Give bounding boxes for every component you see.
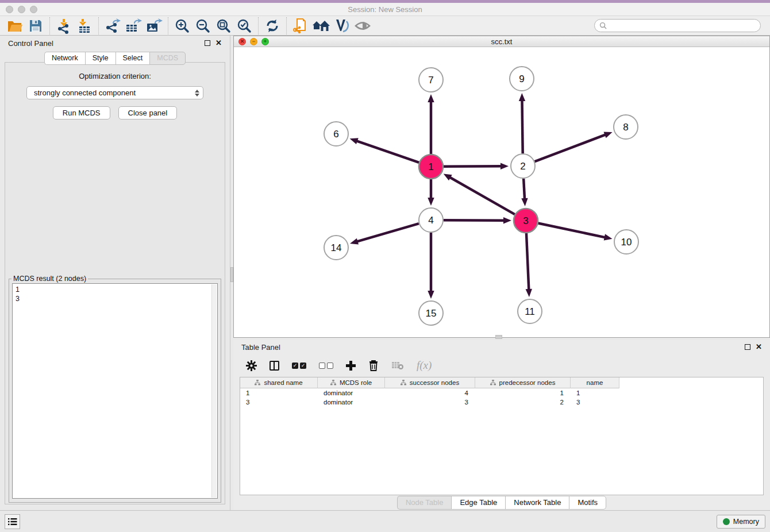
- control-panel-tabs: NetworkStyleSelectMCDS: [0, 52, 230, 65]
- toolbar-separator: [258, 17, 259, 34]
- style-vizmapper-button[interactable]: [332, 17, 352, 34]
- select-all-button[interactable]: ✓ ✓: [292, 363, 306, 369]
- arrowhead-4-14: [350, 238, 359, 245]
- column-header-name[interactable]: name: [571, 377, 619, 388]
- tab-edge-table[interactable]: Edge Table: [451, 496, 505, 510]
- export-table-button[interactable]: [123, 17, 144, 34]
- tab-motifs[interactable]: Motifs: [569, 496, 606, 510]
- column-header-successor-nodes[interactable]: successor nodes: [385, 377, 475, 388]
- cell-MCDS-role[interactable]: dominator: [318, 398, 385, 407]
- edge-2-3[interactable]: [523, 179, 525, 199]
- float-panel-icon[interactable]: [205, 40, 210, 46]
- cell-name[interactable]: 3: [571, 398, 619, 407]
- search-icon: [599, 22, 607, 29]
- memory-button[interactable]: Memory: [717, 515, 765, 529]
- network-view-window: ✕ − + scc.txt 7968124314101511: [233, 36, 770, 338]
- zoom-fit-button[interactable]: [213, 17, 234, 34]
- save-icon: [29, 19, 43, 33]
- edge-3-10[interactable]: [538, 223, 606, 238]
- close-panel-icon[interactable]: ✕: [215, 40, 222, 46]
- run-mcds-button[interactable]: Run MCDS: [53, 106, 110, 119]
- empty-box-icon: [327, 363, 333, 369]
- zoom-in-button[interactable]: [172, 17, 192, 34]
- cell-shared-name[interactable]: 3: [240, 398, 318, 407]
- tab-node-table[interactable]: Node Table: [397, 496, 452, 510]
- edge-2-8[interactable]: [535, 134, 606, 161]
- eye-hide-button[interactable]: [352, 17, 373, 34]
- mcds-result-textarea[interactable]: 1 3: [12, 283, 218, 499]
- close-panel-button[interactable]: Close panel: [118, 106, 178, 119]
- tab-network[interactable]: Network: [44, 52, 85, 65]
- tab-mcds[interactable]: MCDS: [149, 52, 186, 65]
- tab-style[interactable]: Style: [85, 52, 116, 65]
- edge-3-11[interactable]: [526, 233, 529, 290]
- cell-successor-nodes[interactable]: 4: [385, 388, 475, 398]
- add-row-button[interactable]: [346, 361, 356, 371]
- splitter-handle[interactable]: [495, 335, 502, 339]
- cell-MCDS-role[interactable]: dominator: [318, 388, 385, 398]
- delete-row-button[interactable]: [368, 360, 379, 371]
- attribute-tree-icon: [255, 380, 260, 385]
- table-row-1[interactable]: 1dominator411: [240, 388, 763, 398]
- refresh-button[interactable]: [262, 17, 283, 34]
- import-network-icon: [56, 18, 72, 34]
- trash-icon: [368, 360, 379, 371]
- search-input[interactable]: [610, 22, 753, 30]
- arrowhead-1-7: [428, 94, 434, 102]
- arrowhead-3-11: [526, 289, 532, 297]
- column-label: successor nodes: [410, 379, 459, 386]
- cell-shared-name[interactable]: 1: [240, 388, 318, 398]
- delete-table-button[interactable]: [391, 361, 404, 370]
- edge-4-3[interactable]: [444, 220, 505, 221]
- column-label: MCDS role: [340, 379, 372, 386]
- tab-select[interactable]: Select: [116, 52, 150, 65]
- edge-4-14[interactable]: [357, 223, 419, 242]
- edge-3-1[interactable]: [449, 177, 515, 214]
- cell-name[interactable]: 1: [571, 388, 619, 398]
- table-row-2[interactable]: 3dominator323: [240, 398, 763, 407]
- edge-1-2[interactable]: [444, 166, 502, 167]
- delete-table-icon: [391, 361, 404, 370]
- task-history-button[interactable]: [5, 514, 20, 529]
- result-scrollbar[interactable]: [211, 284, 217, 498]
- optimization-criterion-select[interactable]: strongly connected component: [26, 86, 203, 99]
- node-label-7: 7: [428, 75, 433, 86]
- edge-1-6[interactable]: [356, 141, 419, 163]
- export-network-icon: [105, 18, 121, 34]
- node-label-8: 8: [623, 122, 628, 133]
- save-session-button[interactable]: [25, 17, 46, 34]
- column-header-MCDS-role[interactable]: MCDS role: [318, 377, 385, 388]
- column-header-shared-name[interactable]: shared name: [240, 377, 318, 388]
- tab-network-table[interactable]: Network Table: [505, 496, 569, 510]
- open-file-button[interactable]: [5, 17, 25, 34]
- edge-2-9[interactable]: [522, 100, 522, 153]
- home-button[interactable]: [311, 17, 332, 34]
- arrowhead-1-6: [350, 138, 359, 144]
- cell-predecessor-nodes[interactable]: 2: [475, 398, 571, 407]
- settings-gear-button[interactable]: [246, 360, 257, 371]
- unselect-all-button[interactable]: [319, 363, 333, 369]
- splitter-handle[interactable]: [230, 267, 233, 282]
- workspace: ✕ − + scc.txt 7968124314101511 Table Pan…: [233, 36, 770, 510]
- close-panel-icon[interactable]: ✕: [756, 344, 762, 350]
- export-network-button[interactable]: [102, 17, 123, 34]
- cell-successor-nodes[interactable]: 3: [385, 398, 475, 407]
- node-label-9: 9: [519, 74, 524, 84]
- zoom-selected-button[interactable]: [234, 17, 255, 34]
- dropdown-stepper-icon: [195, 90, 199, 97]
- duplicate-network-button[interactable]: [290, 17, 311, 34]
- app-titlebar: Session: New Session: [0, 3, 770, 16]
- column-layout-button[interactable]: [270, 361, 279, 371]
- cell-predecessor-nodes[interactable]: 1: [475, 388, 571, 398]
- zoom-out-button[interactable]: [192, 17, 213, 34]
- import-network-button[interactable]: [53, 17, 74, 34]
- network-canvas[interactable]: 7968124314101511: [234, 47, 769, 337]
- node-table[interactable]: shared nameMCDS rolesuccessor nodesprede…: [240, 377, 764, 495]
- function-builder-button[interactable]: f(x): [417, 359, 432, 372]
- column-label: name: [587, 379, 603, 386]
- column-header-predecessor-nodes[interactable]: predecessor nodes: [475, 377, 571, 388]
- network-search-field[interactable]: [594, 19, 761, 32]
- export-image-button[interactable]: [144, 17, 164, 34]
- float-panel-icon[interactable]: [745, 344, 750, 350]
- import-table-button[interactable]: [74, 17, 95, 34]
